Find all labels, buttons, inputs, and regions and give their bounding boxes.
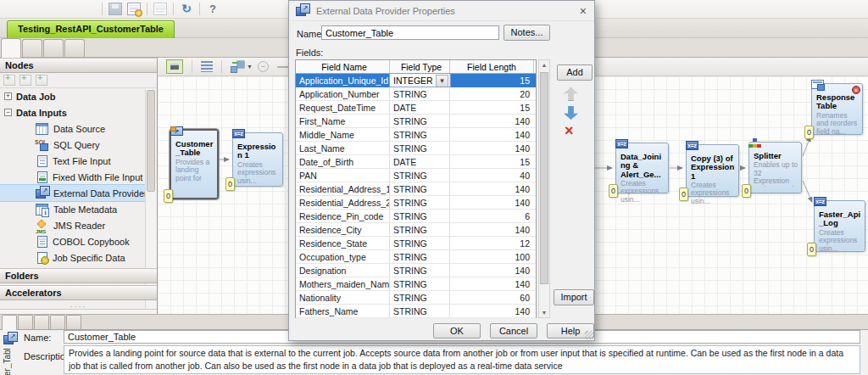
field-type-cell[interactable]: STRING bbox=[390, 142, 450, 154]
refresh-icon[interactable]: ↻ bbox=[180, 3, 193, 15]
field-length-cell[interactable]: 140 bbox=[450, 142, 534, 154]
add-button[interactable]: Add bbox=[557, 64, 593, 81]
field-name-cell[interactable]: Residence_State bbox=[296, 237, 390, 249]
field-length-cell[interactable]: 15 bbox=[450, 101, 534, 114]
description-field[interactable]: Provides a landing point for source data… bbox=[64, 345, 860, 374]
menu-item[interactable] bbox=[71, 7, 85, 12]
fields-table-scrollbar[interactable]: ▲ ▼ bbox=[538, 59, 550, 318]
resize-grip[interactable] bbox=[585, 331, 593, 339]
sidebar-tree-item[interactable]: + Data Job bbox=[0, 88, 145, 104]
field-length-cell[interactable]: 140 bbox=[450, 196, 534, 209]
field-name-cell[interactable]: Application_Number bbox=[296, 87, 390, 100]
field-row[interactable]: Middle_Name STRING 140 bbox=[296, 128, 536, 142]
field-type-cell[interactable]: STRING bbox=[390, 291, 450, 304]
field-name-cell[interactable]: Nationality bbox=[296, 291, 390, 304]
flow-node-data-joining[interactable]: Data_Joining & Alert_Ge... Creates expre… bbox=[615, 143, 669, 193]
field-name-cell[interactable]: PAN bbox=[296, 169, 390, 182]
field-length-cell[interactable]: 12 bbox=[450, 237, 534, 249]
field-type-cell[interactable]: DATE bbox=[390, 101, 450, 114]
sidebar-tree-item[interactable]: COBOL Copybook bbox=[0, 233, 145, 249]
sidebar-tree-item[interactable]: Data Source bbox=[0, 120, 145, 137]
sidebar-tree-item[interactable]: SQL Query bbox=[0, 137, 145, 153]
field-type-cell[interactable]: STRING bbox=[390, 87, 450, 100]
field-length-cell[interactable]: 140 bbox=[450, 128, 534, 141]
view-tab[interactable] bbox=[43, 39, 64, 57]
sidebar-tree-item[interactable]: Fixed Width File Input bbox=[0, 169, 145, 185]
overview-toggle-icon[interactable] bbox=[166, 59, 183, 74]
field-row[interactable]: Application_Unique_Id INTEGER 15 bbox=[296, 74, 536, 87]
vertical-tab-label[interactable]: er_Table bbox=[3, 349, 12, 375]
field-row[interactable]: Residential_Address_2 STRING 140 bbox=[296, 196, 536, 210]
scrollbar-thumb[interactable] bbox=[540, 72, 548, 284]
field-row[interactable]: Residence_State STRING 12 bbox=[296, 237, 536, 250]
field-name-cell[interactable]: Fathers_Name bbox=[296, 305, 390, 317]
flow-node-response-table[interactable]: × Response Table Renames and reorders fi… bbox=[811, 83, 863, 135]
column-header[interactable]: Field Name bbox=[296, 60, 390, 73]
save-schedule-icon[interactable] bbox=[127, 3, 141, 15]
field-row[interactable]: Request_DateTime DATE 15 bbox=[296, 101, 536, 115]
bottom-tab[interactable] bbox=[18, 315, 33, 329]
bottom-tab[interactable] bbox=[2, 315, 17, 330]
dialog-titlebar[interactable]: External Data Provider Properties × bbox=[289, 1, 594, 21]
field-length-cell[interactable]: 100 bbox=[450, 250, 534, 263]
field-row[interactable]: Occupation_type STRING 100 bbox=[296, 250, 536, 264]
field-name-cell[interactable]: Request_DateTime bbox=[296, 101, 390, 114]
nodes-panel-header[interactable]: Nodes bbox=[0, 58, 157, 73]
flow-node-splitter[interactable]: Splitter Enables up to 32 Expression nod… bbox=[748, 142, 802, 193]
field-row[interactable]: Nationality STRING 60 bbox=[296, 291, 536, 305]
flow-node-faster-api-log[interactable]: Faster_Api_Log Creates expressions usin.… bbox=[814, 200, 865, 252]
field-name-cell[interactable]: Residential_Address_2 bbox=[296, 196, 390, 209]
name-field[interactable] bbox=[321, 25, 499, 40]
field-row[interactable]: Application_Number STRING 20 bbox=[296, 87, 536, 101]
menu-item[interactable] bbox=[58, 7, 71, 12]
job-tab[interactable]: Testing_RestAPI_CustomerTable bbox=[7, 20, 175, 38]
document-icon[interactable] bbox=[153, 3, 167, 15]
ok-button[interactable]: OK bbox=[433, 323, 481, 339]
field-length-cell[interactable]: 140 bbox=[450, 264, 534, 277]
menu-item[interactable] bbox=[17, 7, 31, 12]
field-name-cell[interactable]: Designation bbox=[296, 264, 390, 277]
column-header[interactable]: Field Type bbox=[390, 60, 450, 73]
menu-item[interactable] bbox=[85, 7, 98, 12]
field-row[interactable]: Residential_Address_1 STRING 140 bbox=[296, 182, 536, 196]
field-row[interactable]: Residence_Pin_code STRING 6 bbox=[296, 210, 536, 223]
field-name-cell[interactable]: Residential_Address_1 bbox=[296, 182, 390, 195]
field-type-cell[interactable]: STRING bbox=[390, 182, 450, 195]
field-row[interactable]: Date_of_Birth DATE 15 bbox=[296, 155, 536, 169]
view-tab[interactable] bbox=[64, 39, 85, 57]
field-type-cell[interactable]: STRING bbox=[390, 115, 450, 127]
field-length-cell[interactable]: 140 bbox=[450, 223, 534, 236]
field-length-cell[interactable]: 60 bbox=[450, 291, 534, 304]
tree-scrollbar-thumb[interactable] bbox=[147, 90, 155, 192]
view-tab[interactable] bbox=[1, 38, 21, 58]
close-icon[interactable]: × bbox=[580, 4, 587, 18]
field-type-cell[interactable]: STRING bbox=[390, 305, 450, 317]
field-name-cell[interactable]: Middle_Name bbox=[296, 128, 390, 141]
field-name-cell[interactable]: Application_Unique_Id bbox=[296, 74, 390, 87]
sidebar-tree-item[interactable]: JMS Reader bbox=[0, 217, 145, 233]
flow-node-customer-table[interactable]: Customer_Table Provides a landing point … bbox=[170, 129, 219, 199]
field-length-cell[interactable]: 15 bbox=[450, 155, 534, 168]
add-sibling-node-icon[interactable] bbox=[36, 75, 47, 86]
sidebar-tree-item[interactable]: − Data Inputs bbox=[0, 104, 145, 120]
field-type-cell[interactable]: STRING bbox=[390, 237, 450, 249]
notes-button[interactable]: Notes... bbox=[504, 25, 550, 41]
field-row[interactable]: Fathers_Name STRING 140 bbox=[296, 305, 536, 318]
help-icon[interactable]: ? bbox=[206, 3, 220, 15]
move-down-icon[interactable] bbox=[564, 106, 578, 120]
menu-item[interactable] bbox=[3, 7, 17, 12]
field-type-cell[interactable]: STRING bbox=[390, 264, 450, 277]
save-icon[interactable] bbox=[108, 3, 122, 15]
flow-node-copy-3-of-expression-1[interactable]: Copy (3) of Expression 1 Creates express… bbox=[686, 144, 739, 197]
field-type-cell[interactable]: STRING bbox=[390, 128, 450, 141]
field-name-cell[interactable]: Residence_Pin_code bbox=[296, 210, 390, 222]
field-name-cell[interactable]: Occupation_type bbox=[296, 250, 390, 263]
sidebar-tree-item[interactable]: Table Metadata bbox=[0, 201, 145, 217]
field-name-cell[interactable]: Residence_City bbox=[296, 223, 390, 236]
field-type-cell[interactable]: STRING bbox=[390, 210, 450, 222]
auto-layout-icon[interactable] bbox=[231, 61, 243, 72]
field-length-cell[interactable]: 140 bbox=[450, 277, 534, 290]
field-row[interactable]: Mothers_maiden_Name STRING 140 bbox=[296, 277, 536, 291]
field-name-cell[interactable]: Last_Name bbox=[296, 142, 390, 154]
field-type-cell[interactable]: INTEGER bbox=[390, 74, 450, 87]
